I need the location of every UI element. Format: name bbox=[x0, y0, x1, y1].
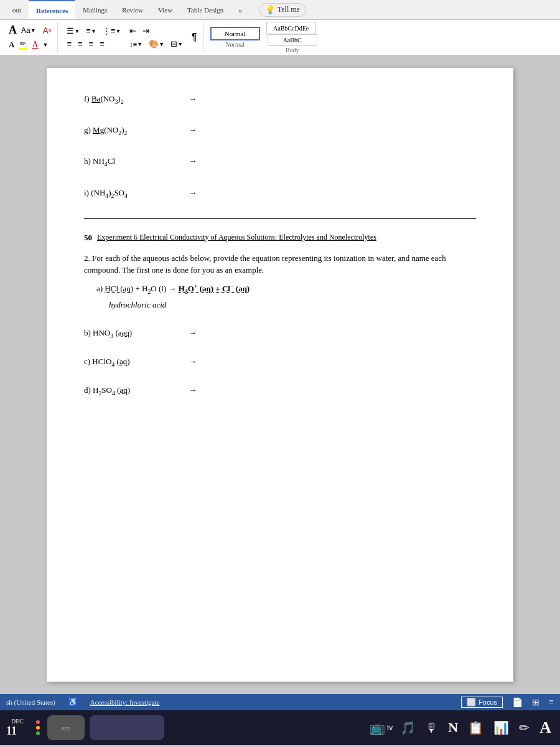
sub-d-arrow: → bbox=[189, 384, 197, 397]
numbering-btn[interactable]: ≡▼ bbox=[83, 25, 99, 37]
example-hcl: HCl (aq) bbox=[105, 284, 133, 293]
chem-g-compound: (NO2)2 bbox=[104, 125, 127, 134]
accessibility-label[interactable]: Accessibility: Investigate bbox=[90, 698, 160, 706]
sub-item-d: d) H2SO4 (aq) → bbox=[84, 384, 476, 398]
taskbar-time: 11 bbox=[6, 725, 29, 738]
justify-btn[interactable]: ≡ bbox=[97, 38, 107, 50]
taskbar-app-icon[interactable]: app bbox=[47, 715, 85, 740]
lightbulb-icon: 💡 bbox=[265, 5, 275, 15]
question-2-example: a) HCl (aq) + H2O (l) → H3O+ (aq) + Cl− … bbox=[96, 281, 476, 312]
sub-label-c: c) HClO4 (aq) bbox=[84, 355, 184, 369]
taskbar-chart-icon[interactable]: 📊 bbox=[493, 720, 509, 735]
chem-label-g: g) Mg(NO2)2 bbox=[84, 124, 184, 138]
document-page[interactable]: f) Ba(NO3)2 → g) Mg(NO2)2 → h) NH4Cl → i… bbox=[47, 68, 513, 682]
align-right-btn[interactable]: ≡ bbox=[86, 38, 96, 50]
style-body-label: Body bbox=[286, 47, 299, 54]
zoom-icon[interactable]: ≡ bbox=[549, 697, 554, 707]
highlight-color-btn: ✏ bbox=[19, 39, 27, 50]
tv-icon-symbol: 📺 bbox=[370, 720, 385, 735]
line-spacing-btn[interactable]: ↕≡▼ bbox=[127, 38, 145, 50]
example-water: H2O (l) bbox=[142, 284, 166, 293]
font-name-select[interactable]: Aa ▼ bbox=[19, 25, 39, 36]
page-number: 50 bbox=[84, 232, 92, 245]
example-name: hydrochloric acid bbox=[109, 300, 166, 309]
font-A-underline: A bbox=[32, 40, 38, 50]
font-row-2: A ✏ A ▼ bbox=[9, 38, 54, 51]
ribbon-toolbar: A Aa ▼ Ao A ✏ A ▼ bbox=[0, 20, 560, 55]
highlight-btn[interactable]: ✏ bbox=[16, 38, 30, 51]
tab-view[interactable]: View bbox=[151, 0, 180, 19]
tab-more[interactable]: » bbox=[231, 0, 250, 19]
tell-me-input[interactable]: 💡 Tell me bbox=[259, 3, 306, 17]
example-products: H3O+ (aq) + Cl− (aq) bbox=[179, 284, 250, 293]
tab-review[interactable]: Review bbox=[114, 0, 151, 19]
align-left-btn[interactable]: ≡ bbox=[64, 38, 74, 50]
status-bar: sh (United States) ♿ Accessibility: Inve… bbox=[0, 694, 560, 710]
traffic-light-green bbox=[36, 731, 40, 735]
styles-group: Normal Normal AaBbCcDdEe AaBbC Body bbox=[207, 22, 321, 52]
highlight-color-bar bbox=[19, 48, 27, 50]
style-normal-label: Normal bbox=[225, 41, 245, 48]
language-label: sh (United States) bbox=[6, 698, 55, 706]
focus-button[interactable]: ⬜ Focus bbox=[461, 697, 503, 708]
question-2-text: 2. For each of the aqueous acids below, … bbox=[84, 252, 476, 276]
focus-icon: ⬜ bbox=[467, 698, 476, 707]
example-arrow: → bbox=[169, 284, 179, 293]
style-normal[interactable]: Normal bbox=[210, 27, 260, 40]
style-body[interactable]: AaBbC bbox=[268, 34, 317, 46]
tab-out[interactable]: out bbox=[5, 0, 29, 19]
chem-h-arrow: → bbox=[189, 155, 197, 168]
traffic-light-red bbox=[36, 720, 40, 724]
chem-f-prefix: f) bbox=[84, 94, 91, 103]
font-color-dropdown[interactable]: ▼ bbox=[40, 40, 51, 49]
taskbar-traffic-lights bbox=[36, 720, 40, 735]
taskbar-music-icon[interactable]: 🎵 bbox=[400, 720, 416, 735]
chem-label-h: h) NH4Cl bbox=[84, 155, 184, 169]
chem-f-compound: (NO3)2 bbox=[100, 94, 123, 103]
sub-item-b: b) HNO3 (aaq) → bbox=[84, 327, 476, 341]
traffic-light-yellow bbox=[36, 726, 40, 730]
font-A-medium: A bbox=[9, 40, 14, 50]
chem-g-arrow: → bbox=[189, 124, 197, 137]
taskbar-tv-button[interactable]: 📺 tv bbox=[370, 720, 393, 735]
borders-btn[interactable]: ⊟▼ bbox=[168, 38, 185, 50]
font-group: A Aa ▼ Ao A ✏ A ▼ bbox=[5, 22, 58, 52]
grid-view-icon[interactable]: ⊞ bbox=[532, 697, 539, 708]
pilcrow-btn[interactable]: ¶ bbox=[189, 31, 200, 44]
sub-label-d: d) H2SO4 (aq) bbox=[84, 384, 184, 398]
sub-c-arrow: → bbox=[189, 355, 197, 369]
taskbar-n-icon[interactable]: N bbox=[448, 720, 458, 736]
chem-item-i: i) (NH4)2SO4 → bbox=[84, 187, 476, 200]
taskbar-A-icon[interactable]: A bbox=[539, 718, 551, 737]
sub-b-arrow: → bbox=[189, 327, 197, 340]
page-view-icon[interactable]: 📄 bbox=[512, 697, 523, 708]
ribbon-tab-bar: out References Mailings Review View Tabl… bbox=[0, 0, 560, 20]
section-divider bbox=[84, 218, 476, 219]
font-clear-format[interactable]: Ao bbox=[40, 24, 54, 37]
taskbar-pencil-icon[interactable]: ✏ bbox=[519, 720, 530, 735]
example-label-a: a) bbox=[96, 284, 105, 293]
taskbar-blank-app[interactable] bbox=[90, 715, 164, 740]
taskbar-clipboard-icon[interactable]: 📋 bbox=[468, 720, 483, 735]
tab-table-design[interactable]: Table Design bbox=[180, 0, 231, 19]
font-A-large: A bbox=[9, 24, 17, 37]
tab-mailings[interactable]: Mailings bbox=[75, 0, 114, 19]
chem-label-i: i) (NH4)2SO4 bbox=[84, 187, 184, 200]
sub-item-c: c) HClO4 (aq) → bbox=[84, 355, 476, 369]
chem-f-arrow: → bbox=[189, 93, 197, 106]
tab-references[interactable]: References bbox=[29, 0, 75, 19]
chem-label-f: f) Ba(NO3)2 bbox=[84, 93, 184, 106]
bullets-btn[interactable]: ☰▼ bbox=[64, 25, 82, 37]
chem-i-arrow: → bbox=[189, 187, 197, 200]
style-aabbcc[interactable]: AaBbCcDdEe bbox=[266, 22, 316, 34]
chem-item-f: f) Ba(NO3)2 → bbox=[84, 93, 476, 106]
indent-decrease-btn[interactable]: ⇤ bbox=[127, 25, 139, 37]
multilevel-list-btn[interactable]: ⋮≡▼ bbox=[100, 25, 124, 37]
chem-g-element: Mg bbox=[93, 125, 104, 134]
example-plus: + bbox=[135, 284, 142, 293]
align-center-btn[interactable]: ≡ bbox=[75, 38, 85, 50]
shading-btn[interactable]: 🎨▼ bbox=[146, 38, 167, 50]
taskbar-podcast-icon[interactable]: 🎙 bbox=[426, 721, 438, 735]
focus-label: Focus bbox=[478, 698, 497, 706]
indent-increase-btn[interactable]: ⇥ bbox=[140, 25, 152, 37]
